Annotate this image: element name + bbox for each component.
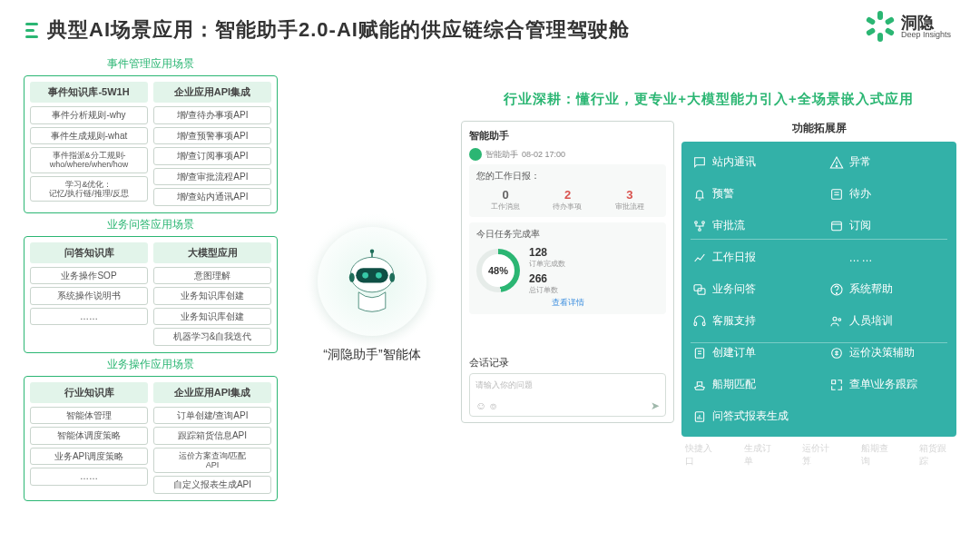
ship-icon: [692, 378, 707, 392]
pill: 业务知识库创建: [153, 287, 271, 305]
support-icon: [692, 314, 707, 329]
pill: 增/查待办事项API: [153, 106, 271, 124]
feature-qa[interactable]: 业务问答: [691, 278, 811, 301]
section-box-2: 行业知识库 智能体管理 智能体调度策略 业务API调度策略 …… 企业应用API…: [24, 376, 278, 501]
flow-icon: [692, 219, 707, 233]
feature-label: 人员培训: [849, 313, 893, 329]
bell-icon: [692, 187, 707, 202]
feature-order[interactable]: 创建订单: [691, 341, 811, 364]
svg-point-3: [376, 272, 382, 279]
report-icon: [692, 409, 707, 424]
chat-bot-header: 智能助手 08-02 17:00: [469, 148, 666, 161]
feature-label: 创建订单: [712, 345, 756, 360]
feature-list[interactable]: 待办: [828, 182, 948, 205]
right-area: 行业深耕：懂行业，更专业+大模型能力引入+全场景嵌入式应用 智能助手 智能助手 …: [461, 91, 956, 468]
pill: ……: [30, 308, 148, 326]
logo-text-cn: 洞隐: [901, 15, 951, 31]
section-title-2: 业务操作应用场景: [24, 357, 278, 372]
robot-icon: [338, 248, 406, 315]
feature-flow[interactable]: 审批流: [691, 214, 811, 237]
section-title-0: 事件管理应用场景: [24, 56, 278, 72]
ghost-item: 箱货跟踪: [919, 442, 953, 468]
pill: 业务操作SOP: [30, 267, 148, 285]
svg-point-5: [370, 249, 374, 252]
feature-sub[interactable]: 订阅: [828, 214, 948, 237]
feature-label: 站内通讯: [712, 154, 756, 170]
svg-point-24: [833, 317, 837, 320]
svg-rect-11: [831, 189, 841, 199]
robot-circle: [318, 227, 426, 336]
send-icon[interactable]: ➤: [651, 399, 660, 412]
pill: 订单创建/查询API: [153, 407, 271, 425]
pill: ……: [30, 468, 148, 486]
feature-label: 订阅: [849, 218, 871, 233]
pill: 事件指派&分工规则- who/where/when/how: [30, 147, 148, 173]
feature-train[interactable]: 人员培训: [828, 310, 948, 332]
assistant-avatar-block: “洞隐助手”智能体: [304, 227, 440, 363]
pill: 学习&优化： 记忆/执行链/推理/反思: [30, 176, 148, 202]
feature-ship[interactable]: 船期匹配: [691, 373, 811, 396]
feature-support[interactable]: 客服支持: [691, 310, 811, 332]
pill: 事件分析规则-why: [30, 106, 148, 124]
svg-point-21: [836, 292, 837, 293]
svg-point-6: [349, 272, 355, 281]
help-icon: [829, 282, 844, 297]
chat-input[interactable]: 请输入你的问题 ☺ ⌾ ➤: [469, 373, 666, 417]
menu-bars-icon: [25, 23, 38, 38]
col-head: 问答知识库: [30, 242, 148, 263]
pill: 事件生成规则-what: [30, 127, 148, 145]
section-title-1: 业务问答应用场景: [24, 217, 278, 232]
feature-label: 查单\业务跟踪: [849, 377, 917, 392]
feature-alert[interactable]: 异常: [828, 151, 948, 173]
feature-label: 审批流: [712, 218, 745, 233]
pill: 增/查订阅事项API: [153, 147, 271, 165]
brand-logo: 洞隐 Deep Insights: [865, 11, 951, 42]
feature-label: 客服支持: [712, 313, 756, 329]
price-icon: [829, 346, 844, 360]
emoji-icon[interactable]: ☺ ⌾: [475, 399, 496, 412]
ghost-row: 快捷入口生成订单运价计算船期查询箱货跟踪: [681, 437, 956, 468]
feature-track[interactable]: 查单\业务跟踪: [828, 373, 948, 396]
chart-icon: [692, 251, 707, 265]
alert-icon: [829, 155, 844, 170]
svg-rect-26: [695, 348, 703, 358]
feature-help[interactable]: 系统帮助: [828, 278, 948, 301]
feature-report[interactable]: 问答式报表生成: [691, 405, 811, 428]
feature-chat[interactable]: 站内通讯: [691, 151, 811, 173]
daily-report-card: 您的工作日报： 0 工作消息 2 待办事项 3 审批流程: [469, 164, 666, 217]
assistant-chat-panel: 智能助手 智能助手 08-02 17:00 您的工作日报： 0 工作消息 2 待…: [461, 121, 674, 423]
session-title: 会话记录: [469, 356, 666, 370]
pill: 增/查预警事项API: [153, 127, 271, 145]
feature-panel: 功能拓展屏 站内通讯异常预警待办审批流订阅工作日报……业务问答系统帮助客服支持人…: [681, 121, 956, 468]
detail-link[interactable]: 查看详情: [476, 297, 659, 309]
bot-avatar-icon: [469, 148, 482, 161]
stat-item: 2 待办事项: [538, 188, 596, 212]
feature-label: 待办: [849, 186, 871, 202]
progress-gauge: 48%: [476, 249, 520, 292]
svg-point-15: [702, 221, 705, 223]
feature-price[interactable]: 运价决策辅助: [828, 341, 948, 364]
completion-card: 今日任务完成率 48% 128订单完成数 266总订单数 查看详情: [469, 222, 666, 314]
svg-rect-1: [356, 268, 388, 282]
feature-label: 船期匹配: [712, 377, 756, 392]
pill: 增/查站内通讯API: [153, 188, 271, 206]
logo-icon: [865, 11, 896, 42]
pill: 智能体管理: [30, 407, 148, 425]
feature-chart[interactable]: 工作日报: [691, 246, 811, 269]
col-head: 行业知识库: [30, 382, 148, 403]
chat-title: 智能助手: [469, 129, 666, 143]
feature-label: 业务问答: [712, 281, 756, 297]
col-head: 大模型应用: [153, 242, 271, 263]
svg-rect-17: [831, 222, 841, 230]
ghost-item: 运价计算: [802, 442, 836, 468]
feature-label: 预警: [712, 186, 734, 202]
page-header: 典型AI场景应用：智能助手2.0-AI赋能的供应链综合管理驾驶舱: [25, 16, 955, 44]
order-icon: [692, 346, 707, 360]
svg-point-25: [838, 318, 841, 320]
feature-bell[interactable]: 预警: [691, 182, 811, 205]
qa-icon: [692, 282, 707, 297]
train-icon: [829, 314, 844, 329]
svg-point-9: [836, 165, 837, 166]
pill: 意图理解: [153, 267, 271, 285]
feature-title: 功能拓展屏: [681, 121, 956, 136]
